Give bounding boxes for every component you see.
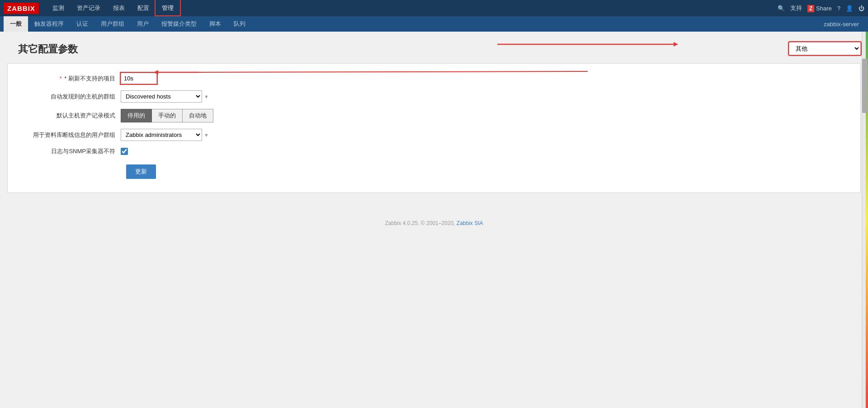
scrollbar-thumb[interactable] bbox=[862, 59, 868, 113]
subnav-queue[interactable]: 队列 bbox=[227, 16, 252, 32]
subnav-media-types[interactable]: 报警媒介类型 bbox=[155, 16, 203, 32]
discovered-host-group-select[interactable]: Discovered hosts Zabbix servers Linux se… bbox=[121, 90, 202, 103]
category-dropdown[interactable]: 其他 GUI HOUSEKEEPER IMAGES ITEMS MACROS M… bbox=[789, 42, 861, 55]
snmp-mismatch-checkbox[interactable] bbox=[121, 148, 128, 155]
subnav-auth[interactable]: 认证 bbox=[70, 16, 94, 32]
label-db-down-usergroup: 用于资料库断线信息的用户群组 bbox=[21, 131, 121, 139]
label-discovered-host-group: 自动发现到的主机的群组 bbox=[21, 93, 121, 101]
help-icon[interactable]: ? bbox=[837, 5, 840, 12]
inventory-mode-toggle: 停用的 手动的 自动地 bbox=[121, 109, 213, 122]
field-discovered-host-group: 自动发现到的主机的群组 Discovered hosts Zabbix serv… bbox=[21, 90, 847, 103]
subnav-trigger-programs[interactable]: 触发器程序 bbox=[28, 16, 70, 32]
top-nav: ZABBIX 监测 资产记录 报表 配置 管理 🔍 支持 Z Share ? 👤… bbox=[0, 0, 868, 16]
nav-item-monitor[interactable]: 监测 bbox=[46, 0, 71, 16]
sub-nav: 一般 触发器程序 认证 用户群组 用户 报警媒介类型 脚本 队列 zabbix-… bbox=[0, 16, 868, 32]
main-content: * * 刷新不支持的项目 自动发现到的主机的群组 Discovered host… bbox=[7, 63, 861, 193]
db-down-usergroup-select[interactable]: Zabbix administrators Guests No group bbox=[121, 129, 202, 141]
subnav-general[interactable]: 一般 bbox=[4, 16, 28, 32]
logout-icon[interactable]: ⏻ bbox=[859, 5, 864, 12]
update-button[interactable]: 更新 bbox=[126, 164, 156, 179]
refresh-unsupported-input[interactable] bbox=[121, 73, 157, 84]
footer-link[interactable]: Zabbix SIA bbox=[457, 220, 483, 226]
subnav-user-groups[interactable]: 用户群组 bbox=[94, 16, 131, 32]
select-arrow-icon: ▼ bbox=[204, 94, 209, 99]
footer: Zabbix 4.0.25. © 2001–2020, Zabbix SIA bbox=[0, 211, 868, 231]
field-refresh-unsupported: * * 刷新不支持的项目 bbox=[21, 73, 847, 84]
user-icon[interactable]: 👤 bbox=[846, 5, 853, 12]
support-link[interactable]: 支持 bbox=[790, 4, 802, 12]
toggle-disabled[interactable]: 停用的 bbox=[121, 109, 152, 122]
nav-item-reports[interactable]: 报表 bbox=[107, 0, 131, 16]
server-name: zabbix-server bbox=[824, 21, 864, 28]
field-inventory-mode: 默认主机资产记录模式 停用的 手动的 自动地 bbox=[21, 109, 847, 122]
logo[interactable]: ZABBIX bbox=[4, 3, 39, 14]
nav-item-admin[interactable]: 管理 bbox=[156, 0, 180, 16]
toggle-auto[interactable]: 自动地 bbox=[182, 109, 213, 122]
nav-item-config[interactable]: 配置 bbox=[131, 0, 156, 16]
search-icon[interactable]: 🔍 bbox=[778, 5, 785, 12]
label-refresh-unsupported: * * 刷新不支持的项目 bbox=[21, 75, 121, 83]
share-link[interactable]: Z Share bbox=[807, 5, 832, 12]
z-icon: Z bbox=[807, 5, 814, 12]
field-snmp-mismatch: 日志与SNMP采集器不符 bbox=[21, 147, 847, 155]
select2-arrow-icon: ▼ bbox=[204, 132, 209, 138]
scrollbar[interactable] bbox=[862, 32, 868, 231]
page-title: 其它配置参数 bbox=[7, 36, 89, 61]
label-snmp-mismatch: 日志与SNMP采集器不符 bbox=[21, 147, 121, 155]
category-select[interactable]: 其他 GUI HOUSEKEEPER IMAGES ITEMS MACROS M… bbox=[789, 42, 861, 55]
field-db-down-usergroup: 用于资料库断线信息的用户群组 Zabbix administrators Gue… bbox=[21, 129, 847, 141]
toggle-manual[interactable]: 手动的 bbox=[151, 109, 183, 122]
update-button-row: 更新 bbox=[21, 162, 847, 179]
footer-text: Zabbix 4.0.25. © 2001–2020, bbox=[385, 220, 455, 226]
subnav-users[interactable]: 用户 bbox=[131, 16, 155, 32]
top-nav-right: 🔍 支持 Z Share ? 👤 ⏻ bbox=[778, 4, 864, 12]
nav-item-assets[interactable]: 资产记录 bbox=[71, 0, 107, 16]
label-inventory-mode: 默认主机资产记录模式 bbox=[21, 112, 121, 120]
required-asterisk: * bbox=[60, 75, 62, 82]
subnav-scripts[interactable]: 脚本 bbox=[203, 16, 227, 32]
